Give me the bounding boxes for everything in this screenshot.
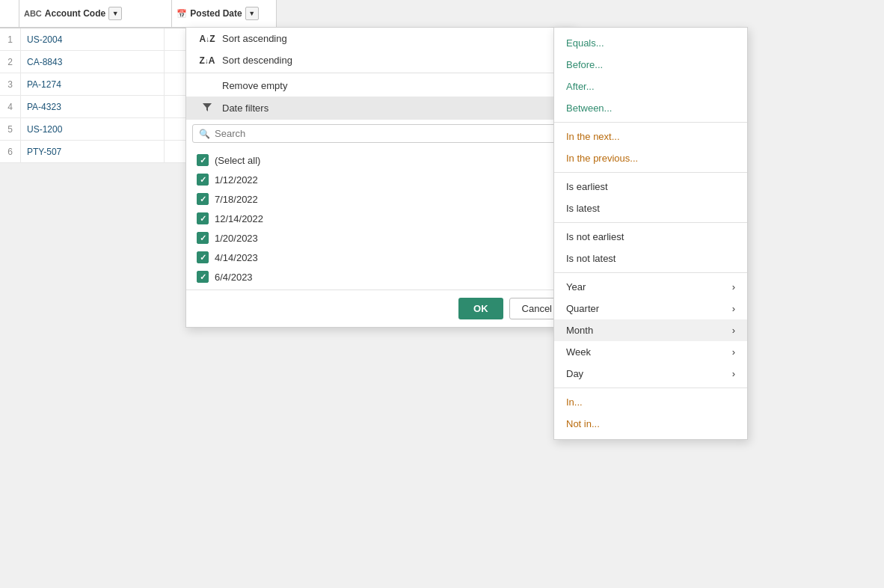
search-box: 🔍 [192, 124, 568, 143]
row-number: 5 [0, 118, 21, 140]
select-all-label: (Select all) [215, 155, 260, 166]
in-the-next-label: In the next... [566, 131, 620, 142]
date-label-6: 6/4/2023 [215, 272, 253, 283]
account-dropdown-btn[interactable]: ▼ [108, 7, 122, 20]
before-item[interactable]: Before... [554, 54, 747, 76]
quarter-label: Quarter [566, 303, 599, 314]
cell-account: PA-4323 [21, 96, 165, 117]
day-label: Day [566, 368, 583, 379]
checkbox-date-1[interactable]: ✓ 1/12/2022 [186, 170, 574, 189]
account-code-header[interactable]: ABC Account Code ▼ [19, 0, 172, 27]
checkbox-date-2[interactable]: ✓ 7/18/2022 [186, 189, 574, 209]
checkbox-icon-date-5: ✓ [197, 251, 209, 263]
checkbox-list: ✓ (Select all) ✓ 1/12/2022 ✓ 7/18/2022 ✓… [186, 147, 574, 290]
not-in-item[interactable]: Not in... [554, 413, 747, 435]
month-arrow-icon: › [732, 325, 735, 336]
search-icon: 🔍 [199, 129, 210, 139]
year-arrow-icon: › [732, 281, 735, 293]
equals-item[interactable]: Equals... [554, 32, 747, 54]
checkbox-icon-date-3: ✓ [197, 212, 209, 224]
between-item[interactable]: Between... [554, 97, 747, 119]
checkbox-date-3[interactable]: ✓ 12/14/2022 [186, 209, 574, 228]
date-filters-submenu: Equals... Before... After... Between... … [553, 27, 748, 440]
checkbox-icon-date-4: ✓ [197, 232, 209, 244]
checkbox-icon-select-all: ✓ [197, 154, 209, 166]
ok-button[interactable]: OK [458, 298, 503, 319]
posted-date-header[interactable]: 📅 Posted Date ▼ [172, 0, 277, 27]
sort-descending-item[interactable]: Z↓A Sort descending [186, 49, 574, 71]
posted-date-label: Posted Date [190, 8, 242, 19]
month-label: Month [566, 325, 593, 336]
date-filter-funnel-icon [198, 102, 216, 114]
day-item[interactable]: Day › [554, 363, 747, 385]
date-type-icon: 📅 [177, 9, 187, 19]
week-label: Week [566, 346, 591, 358]
sort-ascending-label: Sort ascending [222, 33, 287, 44]
row-number: 3 [0, 73, 21, 95]
quarter-arrow-icon: › [732, 303, 735, 314]
cell-account: US-1200 [21, 118, 165, 140]
sort-asc-icon: A↓Z [198, 34, 216, 44]
table-header: ABC Account Code ▼ 📅 Posted Date ▼ [0, 0, 277, 28]
row-number: 1 [0, 28, 21, 50]
checkbox-date-5[interactable]: ✓ 4/14/2023 [186, 248, 574, 267]
sort-descending-label: Sort descending [222, 55, 292, 66]
checkbox-select-all[interactable]: ✓ (Select all) [186, 150, 574, 170]
dialog-buttons: OK Cancel [186, 290, 574, 327]
checkbox-icon-date-1: ✓ [197, 174, 209, 186]
before-label: Before... [566, 59, 603, 70]
remove-empty-label: Remove empty [222, 80, 287, 91]
checkbox-icon-date-6: ✓ [197, 271, 209, 283]
between-label: Between... [566, 102, 612, 114]
in-the-previous-item[interactable]: In the previous... [554, 147, 747, 169]
equals-label: Equals... [566, 37, 604, 49]
is-earliest-label: Is earliest [566, 181, 608, 192]
cell-account: PTY-507 [21, 141, 165, 162]
is-latest-label: Is latest [566, 203, 600, 214]
week-item[interactable]: Week › [554, 341, 747, 363]
cell-account: PA-1274 [21, 73, 165, 95]
checkbox-date-4[interactable]: ✓ 1/20/2023 [186, 228, 574, 248]
date-filters-item[interactable]: Date filters › [186, 97, 574, 120]
is-not-latest-item[interactable]: Is not latest [554, 248, 747, 269]
submenu-sep-2 [554, 172, 747, 173]
search-input[interactable] [215, 128, 561, 139]
month-item[interactable]: Month › [554, 319, 747, 341]
is-latest-item[interactable]: Is latest [554, 197, 747, 219]
submenu-sep-4 [554, 272, 747, 273]
after-item[interactable]: After... [554, 76, 747, 97]
date-filters-label: Date filters [222, 102, 268, 114]
is-earliest-item[interactable]: Is earliest [554, 176, 747, 197]
checkbox-date-6[interactable]: ✓ 6/4/2023 [186, 267, 574, 287]
year-item[interactable]: Year › [554, 276, 747, 298]
posted-date-dropdown-btn[interactable]: ▼ [245, 7, 259, 20]
in-item[interactable]: In... [554, 391, 747, 413]
sort-ascending-item[interactable]: A↓Z Sort ascending [186, 28, 574, 49]
account-code-label: Account Code [45, 8, 105, 19]
date-label-2: 7/18/2022 [215, 194, 258, 205]
date-label-3: 12/14/2022 [215, 213, 263, 224]
row-number: 4 [0, 96, 21, 117]
after-label: After... [566, 81, 595, 92]
date-label-1: 1/12/2022 [215, 174, 258, 186]
is-not-latest-label: Is not latest [566, 253, 616, 264]
cell-account: US-2004 [21, 28, 165, 50]
menu-separator-1 [186, 73, 574, 73]
year-label: Year [566, 281, 586, 293]
remove-empty-item[interactable]: Remove empty [186, 75, 574, 97]
text-type-icon: ABC [24, 9, 42, 18]
day-arrow-icon: › [732, 368, 735, 379]
submenu-sep-1 [554, 122, 747, 123]
quarter-item[interactable]: Quarter › [554, 298, 747, 319]
svg-marker-0 [203, 103, 212, 111]
row-number: 6 [0, 141, 21, 162]
is-not-earliest-item[interactable]: Is not earliest [554, 226, 747, 248]
in-the-previous-label: In the previous... [566, 153, 638, 164]
week-arrow-icon: › [732, 346, 735, 358]
date-label-4: 1/20/2023 [215, 233, 258, 244]
submenu-sep-5 [554, 388, 747, 388]
date-label-5: 4/14/2023 [215, 252, 258, 263]
submenu-sep-3 [554, 222, 747, 223]
column-filter-dropdown: A↓Z Sort ascending Z↓A Sort descending R… [185, 27, 574, 328]
in-the-next-item[interactable]: In the next... [554, 126, 747, 147]
